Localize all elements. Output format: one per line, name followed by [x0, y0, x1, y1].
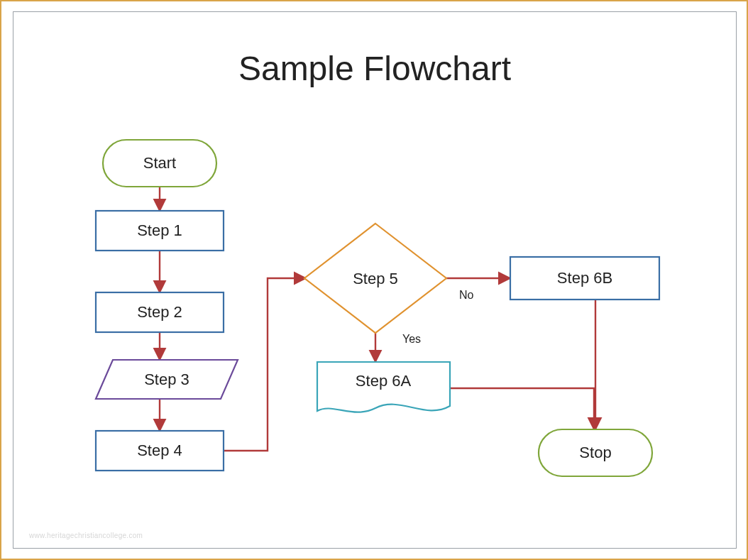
node-step2: Step 2 [96, 292, 224, 332]
node-step3: Step 3 [96, 360, 238, 399]
node-step1-label: Step 1 [137, 221, 182, 239]
node-step6b-label: Step 6B [557, 269, 612, 287]
edge-label-yes: Yes [402, 333, 421, 345]
edge-label-no: No [459, 289, 474, 301]
watermark: www.heritagechristiancollege.com [29, 532, 143, 539]
node-step4-label: Step 4 [137, 441, 182, 459]
slide-inner: Sample Flowchart [13, 11, 737, 549]
slide-frame: Sample Flowchart [0, 0, 748, 560]
node-step5-label: Step 5 [353, 270, 398, 287]
node-step2-label: Step 2 [137, 303, 182, 321]
node-step6b: Step 6B [510, 257, 659, 300]
node-start-label: Start [143, 154, 176, 172]
edge-step6a-stop [450, 388, 594, 429]
node-stop: Stop [539, 429, 652, 476]
flowchart-canvas: No Yes Start Step 1 Step 2 [13, 12, 736, 548]
node-step3-label: Step 3 [144, 370, 189, 388]
node-step1: Step 1 [96, 211, 224, 251]
node-step5: Step 5 [304, 224, 446, 333]
node-start: Start [103, 140, 216, 187]
node-step4: Step 4 [96, 431, 224, 471]
node-stop-label: Stop [579, 444, 611, 461]
node-step6a-label: Step 6A [356, 372, 412, 390]
node-step6a: Step 6A [317, 362, 450, 412]
